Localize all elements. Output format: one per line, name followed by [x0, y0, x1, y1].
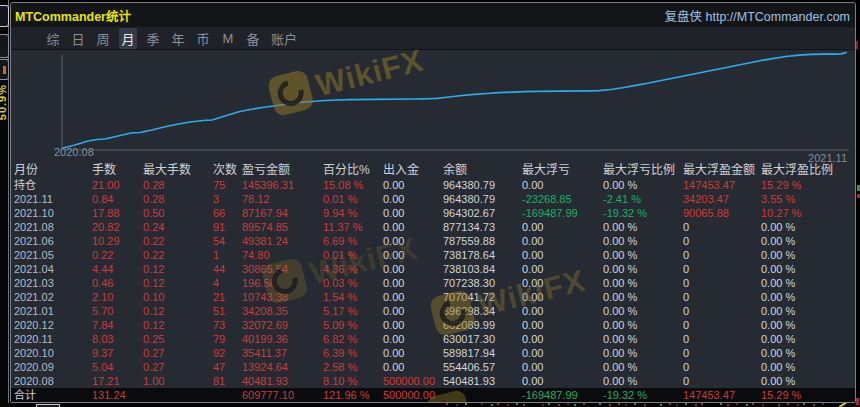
- table-cell: 0.00 %: [761, 234, 855, 248]
- table-cell: 0: [683, 248, 761, 262]
- menu-item-年[interactable]: 年: [169, 28, 187, 49]
- candle-fragment: [787, 403, 789, 405]
- menu-item-M[interactable]: M: [219, 30, 237, 47]
- table-cell: 0.00: [383, 192, 443, 206]
- menu-item-综[interactable]: 综: [44, 28, 62, 49]
- table-cell: 2021.11: [14, 192, 92, 206]
- table-cell: 145396.31: [242, 178, 323, 192]
- candle-fragment: [609, 404, 611, 406]
- table-cell: 696298.34: [443, 304, 522, 318]
- table-cell: 8.10 %: [323, 374, 383, 388]
- table-cell: 2020.12: [14, 318, 92, 332]
- table-cell: 0: [683, 290, 761, 304]
- table-cell: 4.36 %: [323, 262, 383, 276]
- table-row: 2021.1017.880.506687167.949.94 %0.009643…: [11, 206, 855, 220]
- table-cell: 0.46: [92, 276, 143, 290]
- menu-item-账户[interactable]: 账户: [269, 28, 299, 49]
- table-cell: 40481.93: [242, 374, 323, 388]
- mtcommander-stats-window: MTCommander统计 复盘侠 http://MTCommander.com…: [10, 2, 856, 403]
- table-cell: 0: [683, 304, 761, 318]
- table-cell: 787559.88: [443, 234, 522, 248]
- table-row: 持仓21.000.2875145396.3115.08 %0.00964380.…: [11, 178, 855, 192]
- table-cell: 0.00 %: [603, 332, 683, 346]
- table-cell: 0.12: [143, 276, 213, 290]
- table-row: 2021.0820.820.249189574.8511.37 %0.00877…: [11, 220, 855, 234]
- table-cell: 0.00 %: [761, 290, 855, 304]
- menu-item-备[interactable]: 备: [244, 28, 262, 49]
- table-cell: 2020.09: [14, 360, 92, 374]
- candle-fragment: [507, 404, 509, 406]
- table-cell: 0.00 %: [603, 234, 683, 248]
- table-cell: 5.09 %: [323, 318, 383, 332]
- table-cell: 0.24: [143, 220, 213, 234]
- table-cell: 17.88: [92, 206, 143, 220]
- candle-fragment: [797, 404, 799, 406]
- window-titlebar[interactable]: MTCommander统计 复盘侠 http://MTCommander.com: [11, 3, 855, 27]
- table-cell: 0.27: [143, 346, 213, 360]
- table-cell: 5.17 %: [323, 304, 383, 318]
- table-cell: 630017.30: [443, 332, 522, 346]
- candle-fragment: [644, 404, 646, 406]
- table-cell: 15.08 %: [323, 178, 383, 192]
- button-glyph-fragment: [3, 66, 6, 74]
- table-cell: 554406.57: [443, 360, 522, 374]
- table-cell: 0.00: [522, 178, 603, 192]
- table-cell: 17.21: [92, 374, 143, 388]
- table-cell: 3: [213, 192, 242, 206]
- table-cell: 0.00: [522, 276, 603, 290]
- table-cell: 500000.00: [383, 374, 443, 388]
- table-cell: 0.01 %: [323, 192, 383, 206]
- menu-item-季[interactable]: 季: [144, 28, 162, 49]
- table-cell: 0.00: [522, 374, 603, 388]
- candle-fragment: [736, 403, 738, 405]
- table-cell: 0.28: [143, 178, 213, 192]
- table-cell: 2021.08: [14, 220, 92, 234]
- table-cell: 0.03 %: [323, 276, 383, 290]
- table-cell: 738178.64: [443, 248, 522, 262]
- table-cell: 2021.04: [14, 262, 92, 276]
- table-cell: 66: [213, 206, 242, 220]
- table-cell: -19.32 %: [603, 388, 683, 402]
- menu-item-日[interactable]: 日: [69, 28, 87, 49]
- toolbar-button-fragment: [0, 34, 9, 58]
- menu-item-月[interactable]: 月: [119, 28, 137, 49]
- underlying-left-strip: 50.9%: [0, 0, 10, 407]
- table-cell: 2020.11: [14, 332, 92, 346]
- candle-fragment: [558, 404, 560, 406]
- table-cell: 964380.79: [443, 192, 522, 206]
- table-cell: 0.22: [143, 234, 213, 248]
- table-cell: 0.00: [522, 318, 603, 332]
- table-cell: 121.96 %: [323, 388, 383, 402]
- column-header: 出入金: [383, 163, 443, 178]
- balance-chart: 2020.08 2021.11: [11, 49, 855, 163]
- table-row: 2021.050.220.22174.800.01 %0.00738178.64…: [11, 248, 855, 262]
- table-cell: 0.12: [143, 304, 213, 318]
- candle-fragment: [634, 403, 636, 405]
- monthly-stats-table: 月份手数最大手数次数盈亏金额百分比%出入金余额最大浮亏最大浮亏比例最大浮盈金额最…: [11, 163, 855, 402]
- table-cell: 0.00: [522, 360, 603, 374]
- candle-fragment: [491, 404, 493, 406]
- table-cell: 2021.06: [14, 234, 92, 248]
- menu-item-周[interactable]: 周: [94, 28, 112, 49]
- table-cell: 1.54 %: [323, 290, 383, 304]
- menu-item-币[interactable]: 币: [194, 28, 212, 49]
- column-header: 手数: [92, 163, 143, 178]
- candle-fragment: [625, 404, 627, 406]
- table-cell: 0.00: [522, 248, 603, 262]
- table-cell: 0.00 %: [761, 360, 855, 374]
- table-cell: [143, 388, 213, 402]
- table-cell: 6.39 %: [323, 346, 383, 360]
- column-header: 最大浮亏: [522, 163, 603, 178]
- column-header: 余额: [443, 163, 522, 178]
- candle-fragment: [542, 404, 544, 406]
- table-cell: 21.00: [92, 178, 143, 192]
- table-cell: 0.00: [522, 234, 603, 248]
- table-row: 2021.0610.290.225449381.246.69 %0.007875…: [11, 234, 855, 248]
- table-cell: 0.00 %: [761, 346, 855, 360]
- table-cell: 2021.05: [14, 248, 92, 262]
- table-cell: 2.10: [92, 290, 143, 304]
- brand-url-label: 复盘侠 http://MTCommander.com: [665, 6, 850, 25]
- table-cell: 0.00: [522, 220, 603, 234]
- column-header: 百分比%: [323, 163, 383, 178]
- table-cell: 0.00: [383, 290, 443, 304]
